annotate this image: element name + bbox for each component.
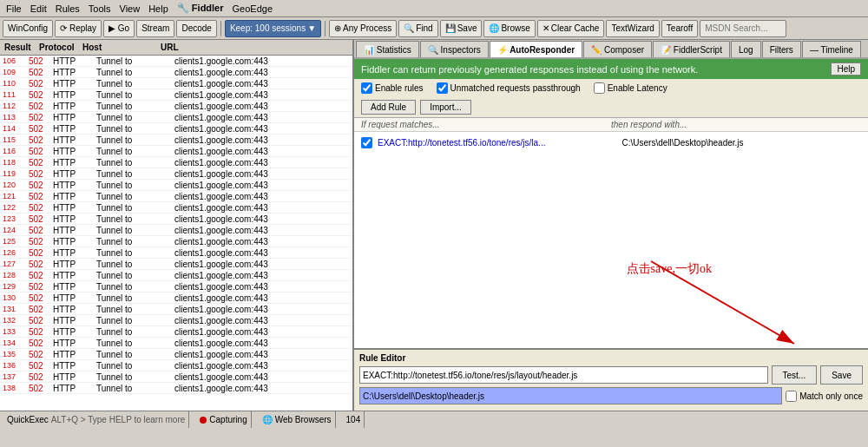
tearoff-button[interactable]: Tearoff	[661, 20, 698, 37]
session-row[interactable]: 123 502 HTTP Tunnel to clients1.google.c…	[0, 214, 352, 225]
row-num: 122	[0, 203, 26, 212]
session-row[interactable]: 136 502 HTTP Tunnel to clients1.google.c…	[0, 360, 352, 371]
session-row[interactable]: 127 502 HTTP Tunnel to clients1.google.c…	[0, 259, 352, 270]
menu-rules[interactable]: Rules	[51, 2, 84, 16]
rule-item[interactable]: EXACT:http://tonetest.tf56.io/tone/res/j…	[361, 135, 861, 150]
match-only-checkbox[interactable]	[786, 391, 797, 402]
help-button[interactable]: Help	[831, 62, 861, 76]
test-button[interactable]: Test...	[772, 365, 818, 385]
session-row[interactable]: 133 502 HTTP Tunnel to clients1.google.c…	[0, 326, 352, 338]
keep-sessions-button[interactable]: Keep: 100 sessions ▼	[225, 20, 321, 37]
session-row[interactable]: 122 502 HTTP Tunnel to clients1.google.c…	[0, 202, 352, 214]
session-row[interactable]: 119 502 HTTP Tunnel to clients1.google.c…	[0, 168, 352, 180]
add-rule-button[interactable]: Add Rule	[361, 100, 416, 115]
row-result: 502	[26, 260, 50, 269]
tab-statistics[interactable]: 📊 Statistics	[356, 41, 419, 57]
unmatched-label[interactable]: Unmatched requests passthrough	[437, 82, 581, 94]
session-row[interactable]: 135 502 HTTP Tunnel to clients1.google.c…	[0, 349, 352, 360]
rule-checkbox[interactable]	[361, 137, 372, 148]
session-row[interactable]: 113 502 HTTP Tunnel to clients1.google.c…	[0, 112, 352, 123]
row-host: Tunnel to	[94, 305, 172, 314]
web-browsers-icon: 🌐	[262, 415, 273, 424]
tab-inspectors[interactable]: 🔍 Inspectors	[420, 41, 489, 57]
menu-fiddler[interactable]: 🔧 Fiddler	[173, 1, 228, 16]
header-host: Host	[80, 43, 158, 52]
stream-button[interactable]: Stream	[136, 20, 174, 37]
go-button[interactable]: ▶ Go	[103, 20, 135, 37]
rule-editor-label: Rule Editor	[359, 353, 863, 363]
session-row[interactable]: 112 502 HTTP Tunnel to clients1.google.c…	[0, 101, 352, 112]
menu-tools[interactable]: Tools	[84, 2, 115, 16]
winconfig-button[interactable]: WinConfig	[3, 20, 53, 37]
session-row[interactable]: 128 502 HTTP Tunnel to clients1.google.c…	[0, 270, 352, 281]
menu-geoedge[interactable]: GeoEdge	[228, 2, 277, 16]
textwizard-button[interactable]: TextWizard	[606, 20, 659, 37]
row-protocol: HTTP	[50, 372, 94, 382]
session-row[interactable]: 126 502 HTTP Tunnel to clients1.google.c…	[0, 247, 352, 259]
session-row[interactable]: 130 502 HTTP Tunnel to clients1.google.c…	[0, 293, 352, 304]
menu-file[interactable]: File	[2, 2, 26, 16]
capturing-segment[interactable]: Capturing	[196, 411, 251, 428]
session-row[interactable]: 118 502 HTTP Tunnel to clients1.google.c…	[0, 157, 352, 168]
import-button[interactable]: Import...	[420, 100, 471, 115]
tab-fiddlerscript[interactable]: 📝 FiddlerScript	[653, 41, 730, 57]
menu-help[interactable]: Help	[144, 2, 173, 16]
row-host: Tunnel to	[94, 372, 172, 382]
tab-log[interactable]: Log	[731, 41, 761, 57]
session-row[interactable]: 132 502 HTTP Tunnel to clients1.google.c…	[0, 315, 352, 326]
enable-rules-label[interactable]: Enable rules	[361, 82, 424, 94]
unmatched-checkbox[interactable]	[437, 82, 448, 94]
row-result: 502	[26, 214, 50, 224]
session-row[interactable]: 114 502 HTTP Tunnel to clients1.google.c…	[0, 123, 352, 135]
enable-rules-checkbox[interactable]	[361, 82, 372, 94]
session-row[interactable]: 106 502 HTTP Tunnel to clients1.google.c…	[0, 56, 352, 67]
session-row[interactable]: 137 502 HTTP Tunnel to clients1.google.c…	[0, 371, 352, 383]
autoresponder-panel: Fiddler can return previously generated …	[354, 59, 868, 348]
session-row[interactable]: 110 502 HTTP Tunnel to clients1.google.c…	[0, 78, 352, 89]
session-panel: Result Protocol Host URL 106 502 HTTP Tu…	[0, 40, 354, 411]
latency-label[interactable]: Enable Latency	[594, 82, 667, 94]
row-num: 123	[0, 214, 26, 223]
session-row[interactable]: 138 502 HTTP Tunnel to clients1.google.c…	[0, 383, 352, 394]
rule-editor-input-match[interactable]	[359, 366, 768, 384]
row-protocol: HTTP	[50, 169, 94, 179]
tab-composer[interactable]: ✏️ Composer	[583, 41, 652, 57]
rule-editor-input-respond[interactable]	[359, 387, 782, 404]
session-row[interactable]: 134 502 HTTP Tunnel to clients1.google.c…	[0, 338, 352, 349]
row-host: Tunnel to	[94, 293, 172, 303]
tab-filters[interactable]: Filters	[762, 41, 801, 57]
session-row[interactable]: 115 502 HTTP Tunnel to clients1.google.c…	[0, 135, 352, 146]
clear-cache-button[interactable]: ✕ Clear Cache	[537, 20, 605, 37]
row-result: 502	[26, 56, 50, 66]
replay-button[interactable]: ⟳ Replay	[55, 20, 102, 37]
save-rule-button[interactable]: Save	[820, 365, 863, 385]
menu-view[interactable]: View	[115, 2, 145, 16]
msdn-search-input[interactable]	[700, 20, 786, 37]
session-row[interactable]: 129 502 HTTP Tunnel to clients1.google.c…	[0, 281, 352, 293]
row-protocol: HTTP	[50, 147, 94, 156]
row-num: 118	[0, 158, 26, 167]
session-row[interactable]: 131 502 HTTP Tunnel to clients1.google.c…	[0, 304, 352, 315]
session-row[interactable]: 116 502 HTTP Tunnel to clients1.google.c…	[0, 146, 352, 157]
latency-checkbox[interactable]	[594, 82, 605, 94]
menu-edit[interactable]: Edit	[26, 2, 51, 16]
session-row[interactable]: 121 502 HTTP Tunnel to clients1.google.c…	[0, 191, 352, 202]
row-host: Tunnel to	[94, 339, 172, 348]
save-toolbar-button[interactable]: 💾 Save	[440, 20, 483, 37]
tab-autoresponder[interactable]: ⚡ AutoResponder	[490, 41, 582, 57]
annotation-area: 点击save,一切ok	[354, 244, 868, 349]
session-row[interactable]: 120 502 HTTP Tunnel to clients1.google.c…	[0, 180, 352, 191]
match-only-label: Match only once	[799, 391, 863, 401]
browse-button[interactable]: 🌐 Browse	[483, 20, 535, 37]
tab-timeline[interactable]: — Timeline	[802, 41, 861, 57]
session-row[interactable]: 109 502 HTTP Tunnel to clients1.google.c…	[0, 67, 352, 78]
find-button[interactable]: 🔍 Find	[398, 20, 437, 37]
session-row[interactable]: 124 502 HTTP Tunnel to clients1.google.c…	[0, 225, 352, 236]
row-protocol: HTTP	[50, 384, 94, 393]
row-url: clients1.google.com:443	[172, 203, 352, 213]
session-row[interactable]: 111 502 HTTP Tunnel to clients1.google.c…	[0, 89, 352, 101]
session-row[interactable]: 125 502 HTTP Tunnel to clients1.google.c…	[0, 236, 352, 247]
any-process-button[interactable]: ⊕ Any Process	[329, 20, 397, 37]
row-protocol: HTTP	[50, 293, 94, 303]
decode-button[interactable]: Decode	[176, 20, 216, 37]
